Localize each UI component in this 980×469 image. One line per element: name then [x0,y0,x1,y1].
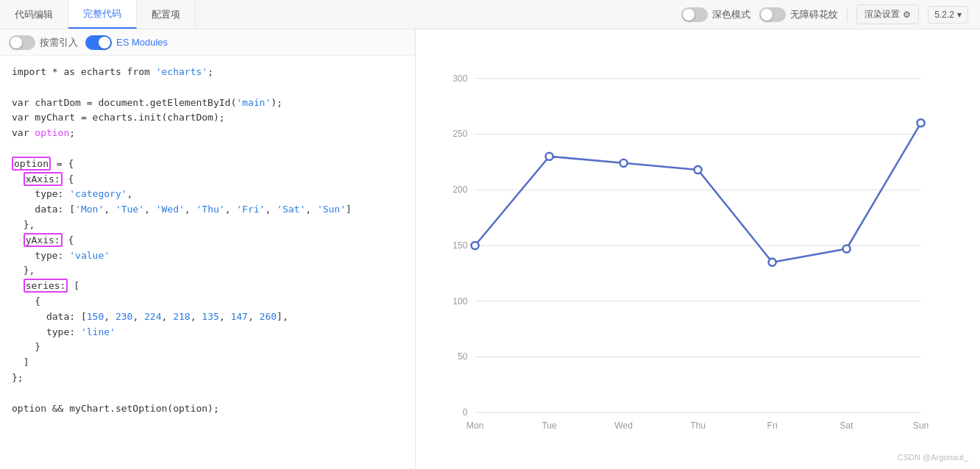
version-selector[interactable]: 5.2.2 ▾ [928,6,968,24]
watermark: CSDN @Argonaut_ [898,453,968,462]
svg-text:150: 150 [452,240,467,251]
right-panel: 0 50 100 150 200 250 300 Mon Tue Wed Thu… [416,29,980,469]
code-editor[interactable]: import * as echarts from 'echarts'; var … [0,56,415,469]
tabs: 代码编辑 完整代码 配置项 [0,0,196,29]
dark-mode-toggle-group: 深色模式 [681,7,750,22]
svg-text:Sat: Sat [840,420,854,431]
sub-toolbar: 按需引入 ES Modules [0,29,415,56]
render-settings-button[interactable]: 渲染设置 ⚙ [856,4,919,24]
import-toggle-group: 按需引入 [9,35,78,50]
svg-text:100: 100 [452,296,467,307]
svg-text:250: 250 [452,129,467,139]
svg-point-23 [620,160,628,167]
tab-config[interactable]: 配置项 [137,0,196,29]
svg-text:200: 200 [452,185,467,195]
svg-text:Tue: Tue [542,420,557,431]
main-layout: 按需引入 ES Modules import * as echarts from… [0,29,980,469]
modules-toggle-group: ES Modules [85,35,168,50]
svg-text:Fri: Fri [767,420,778,431]
svg-point-24 [695,166,702,173]
accessible-toggle[interactable] [759,7,786,22]
right-controls: 深色模式 无障碍花纹 渲染设置 ⚙ 5.2.2 ▾ [681,4,980,24]
svg-point-21 [472,242,479,249]
svg-text:300: 300 [452,74,467,84]
import-toggle[interactable] [9,35,35,50]
svg-point-27 [917,119,925,126]
tab-code-edit[interactable]: 代码编辑 [0,0,68,29]
dark-mode-toggle[interactable] [681,7,708,22]
chevron-down-icon: ▾ [957,10,962,20]
svg-point-22 [546,153,553,160]
svg-text:Wed: Wed [614,420,633,431]
line-chart: 0 50 100 150 200 250 300 Mon Tue Wed Thu… [430,44,951,454]
gear-icon: ⚙ [903,10,911,20]
svg-text:Sun: Sun [913,420,929,431]
top-bar: 代码编辑 完整代码 配置项 深色模式 无障碍花纹 渲染设置 ⚙ 5.2.2 [0,0,980,29]
svg-text:Mon: Mon [466,420,484,431]
svg-point-25 [769,259,776,266]
modules-toggle[interactable] [85,35,112,50]
svg-text:50: 50 [458,351,468,362]
accessible-toggle-group: 无障碍花纹 [759,7,838,22]
svg-text:Thu: Thu [690,420,706,431]
chart-container: 0 50 100 150 200 250 300 Mon Tue Wed Thu… [416,29,980,469]
svg-text:0: 0 [463,407,468,418]
left-panel: 按需引入 ES Modules import * as echarts from… [0,29,416,469]
svg-point-26 [843,245,851,252]
tab-full-code[interactable]: 完整代码 [68,0,137,29]
